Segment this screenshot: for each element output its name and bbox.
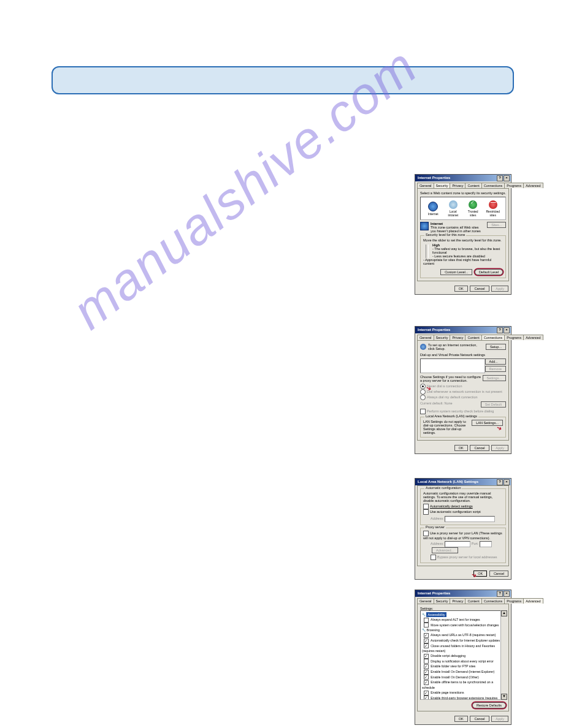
checkbox-auto-script[interactable] (423, 509, 429, 515)
group-title: Automatic configuration (424, 486, 462, 490)
cancel-button[interactable]: Cancel (470, 445, 489, 451)
ok-button[interactable]: OK (454, 286, 468, 292)
checkbox[interactable] (424, 664, 429, 669)
tab-security[interactable]: Security (434, 335, 451, 340)
add-button[interactable]: Add... (485, 358, 506, 365)
settings-button: Settings... (483, 375, 506, 381)
panel: Settings: 🔧 Accessibility Always expand … (417, 604, 509, 711)
zone-desc: This zone contains all Web sites you hav… (431, 226, 484, 233)
scrollbar[interactable]: ▲ ▼ (500, 610, 506, 700)
proxy-address-input (445, 541, 470, 547)
restore-defaults-button[interactable]: Restore Defaults (472, 702, 506, 708)
tab-advanced[interactable]: Advanced (523, 335, 543, 340)
checkbox[interactable] (424, 675, 429, 680)
checkbox[interactable] (424, 618, 429, 623)
close-icon[interactable]: × (504, 591, 510, 597)
checkbox-proxy[interactable] (423, 531, 429, 536)
checkbox[interactable] (424, 659, 429, 664)
settings-tree[interactable]: 🔧 Accessibility Always expand ALT text f… (420, 610, 506, 700)
cancel-button[interactable]: Cancel (489, 571, 508, 577)
zone-icons[interactable]: Internet Local intranet Trusted sites Re… (420, 197, 506, 220)
tab-content[interactable]: Content (465, 183, 481, 188)
tabs: General Security Privacy Content Connect… (415, 181, 511, 188)
tab-connections[interactable]: Connections (481, 598, 505, 604)
tab-content[interactable]: Content (465, 335, 481, 340)
auto-detect-row: Automatically detect settings (423, 504, 503, 509)
help-icon[interactable]: ? (497, 591, 503, 597)
tabs: General Security Privacy Content Connect… (415, 597, 511, 604)
sites-button: Sites... (487, 222, 506, 228)
titlebar: Internet Properties ? × (415, 327, 511, 333)
close-icon[interactable]: × (504, 479, 510, 485)
checkbox-auto-detect[interactable] (423, 504, 429, 509)
tab-programs[interactable]: Programs (504, 183, 524, 188)
default-level-button[interactable]: Default Level (475, 269, 503, 275)
connection-icon (420, 344, 426, 350)
checkbox[interactable] (424, 670, 429, 675)
checkbox[interactable] (424, 680, 429, 685)
tab-content[interactable]: Content (465, 598, 481, 604)
radio-whenever: Dial whenever a network connection is no… (420, 389, 506, 395)
cancel-button[interactable]: Cancel (470, 286, 489, 292)
checkbox[interactable] (424, 623, 429, 628)
cancel-button[interactable]: Cancel (470, 716, 489, 722)
ok-button[interactable]: OK (454, 716, 468, 722)
dialup-label: Dial-up and Virtual Private Network sett… (420, 353, 506, 357)
panel: To set up an Internet connection, click … (417, 340, 509, 441)
security-slider[interactable] (426, 245, 429, 258)
tab-security[interactable]: Security (434, 183, 451, 188)
tab-programs[interactable]: Programs (504, 335, 524, 340)
tab-advanced[interactable]: Advanced (523, 183, 543, 188)
tab-advanced[interactable]: Advanced (523, 598, 543, 604)
close-icon[interactable]: × (504, 327, 510, 333)
globe-icon (428, 202, 438, 211)
auto-text: Automatic configuration may override man… (423, 491, 503, 502)
checkbox[interactable] (424, 639, 429, 643)
auto-config-group: Automatic configuration Automatic config… (420, 488, 506, 525)
tab-general[interactable]: General (417, 598, 434, 604)
globe-icon (420, 222, 429, 230)
sysec-check: Perform system security check before dia… (420, 409, 506, 414)
tab-privacy[interactable]: Privacy (450, 335, 465, 340)
radio[interactable] (420, 395, 426, 400)
zone-internet[interactable]: Internet (425, 202, 441, 216)
scroll-up-icon[interactable]: ▲ (501, 610, 507, 616)
apply-button: Apply (491, 716, 508, 722)
zone-restricted[interactable]: Restricted sites (485, 200, 501, 217)
help-icon[interactable]: ? (497, 175, 503, 181)
help-icon[interactable]: ? (497, 479, 503, 485)
checkbox[interactable] (424, 654, 429, 659)
tab-connections[interactable]: Connections (481, 335, 505, 340)
tab-general[interactable]: General (417, 183, 434, 188)
radio-always: Always dial my default connection (420, 395, 506, 400)
choose-text: Choose Settings if you need to configure… (420, 375, 481, 382)
help-icon[interactable]: ? (497, 327, 503, 333)
checkbox[interactable] (424, 643, 429, 648)
checkbox[interactable] (424, 633, 429, 638)
tab-privacy[interactable]: Privacy (450, 598, 465, 604)
slider-hint: Move the slider to set the security leve… (423, 238, 503, 242)
checkbox[interactable] (424, 696, 429, 700)
proxy-use-row: Use a proxy server for your LAN (These s… (423, 531, 503, 540)
stop-icon (489, 200, 497, 209)
dialup-list[interactable] (420, 358, 485, 373)
radio[interactable] (420, 384, 426, 389)
tab-security[interactable]: Security (434, 598, 451, 604)
tab-privacy[interactable]: Privacy (450, 183, 465, 188)
setup-button[interactable]: Setup... (486, 344, 506, 350)
zone-trusted[interactable]: Trusted sites (465, 200, 481, 217)
scroll-down-icon[interactable]: ▼ (501, 694, 507, 700)
checkbox[interactable] (424, 691, 429, 696)
dialog-buttons: OK Cancel Apply (415, 713, 511, 724)
ok-button[interactable]: OK (454, 445, 468, 451)
tab-programs[interactable]: Programs (504, 598, 524, 604)
tab-general[interactable]: General (417, 335, 434, 340)
close-icon[interactable]: × (504, 175, 510, 181)
address-row: Address: (431, 516, 503, 522)
zone-intranet[interactable]: Local intranet (445, 200, 461, 217)
checkbox[interactable] (420, 409, 426, 414)
custom-level-button[interactable]: Custom Level... (440, 269, 472, 275)
titlebar: Local Area Network (LAN) Settings ? × (415, 479, 511, 485)
tab-connections[interactable]: Connections (481, 183, 505, 188)
setup-text: To set up an Internet connection, click … (428, 343, 483, 351)
